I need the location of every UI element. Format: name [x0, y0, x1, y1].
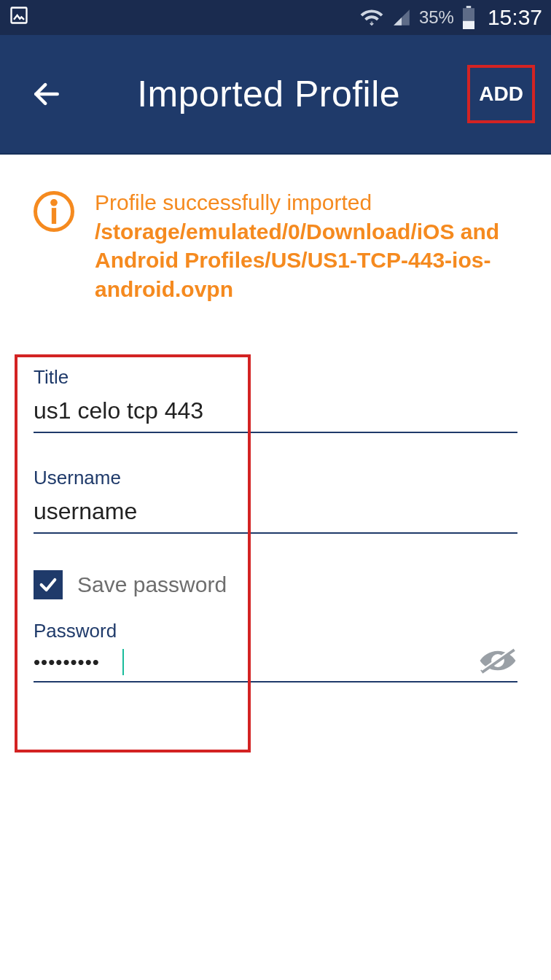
- svg-rect-3: [463, 21, 474, 29]
- save-password-checkbox[interactable]: [34, 570, 63, 599]
- svg-rect-0: [12, 7, 27, 23]
- username-input[interactable]: [34, 494, 517, 534]
- svg-rect-6: [52, 208, 56, 224]
- title-label: Title: [34, 366, 517, 389]
- toggle-password-visibility-icon[interactable]: [478, 646, 517, 678]
- clock: 15:37: [488, 5, 542, 30]
- add-button[interactable]: ADD: [479, 82, 523, 106]
- password-label: Password: [34, 620, 517, 642]
- import-success-banner: Profile successfully imported /storage/e…: [0, 155, 551, 311]
- profile-form: Title Username Save password Password: [0, 311, 551, 682]
- svg-rect-1: [466, 6, 471, 8]
- title-field: Title: [34, 366, 517, 433]
- save-password-label: Save password: [77, 572, 227, 597]
- status-bar: 35% 15:37: [0, 0, 551, 35]
- password-input[interactable]: [34, 647, 517, 682]
- username-label: Username: [34, 467, 517, 489]
- banner-message: Profile successfully imported: [95, 188, 525, 217]
- username-field: Username: [34, 467, 517, 534]
- info-icon: [34, 191, 74, 232]
- banner-file-path: /storage/emulated/0/Download/iOS and And…: [95, 217, 525, 304]
- title-input[interactable]: [34, 393, 517, 433]
- svg-point-5: [50, 199, 58, 206]
- back-button[interactable]: [23, 71, 70, 117]
- cell-signal-icon: [391, 8, 412, 27]
- app-bar: Imported Profile ADD: [0, 35, 551, 155]
- battery-percentage: 35%: [419, 7, 454, 28]
- picture-icon: [9, 5, 29, 31]
- save-password-row[interactable]: Save password: [34, 567, 517, 599]
- page-title: Imported Profile: [70, 73, 467, 115]
- battery-icon: [461, 6, 476, 29]
- add-button-highlight: ADD: [467, 65, 535, 123]
- wifi-icon: [359, 7, 384, 28]
